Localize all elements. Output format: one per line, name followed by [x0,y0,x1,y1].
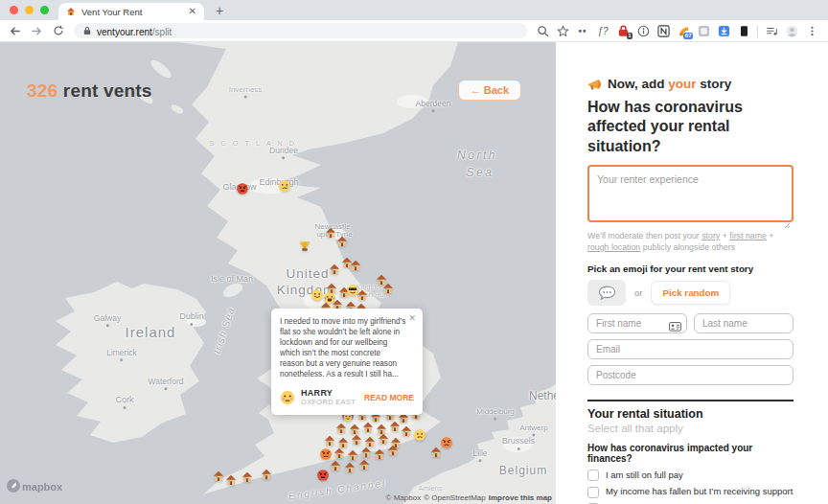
browser-toolbar: ventyour.rent/split •• ƒ? 1 67 [0,20,828,42]
map-marker-house[interactable] [261,468,273,480]
map-marker-house[interactable] [324,434,336,447]
checkbox[interactable] [587,470,599,481]
vent-count: 326 [27,80,58,101]
profile-avatar[interactable] [785,24,798,37]
moderation-note-link[interactable]: story [702,231,720,241]
map-place-label: Ireland [126,325,176,341]
window-controls[interactable] [0,0,58,20]
header-pre: Now, add [608,77,668,91]
search-icon[interactable] [536,24,549,37]
bookmark-star-icon[interactable] [556,24,569,37]
function-ext-icon[interactable]: ƒ? [596,24,610,37]
map-marker-house[interactable] [213,470,225,482]
map-marker-house[interactable] [356,288,369,301]
map-marker-rage[interactable] [237,182,249,195]
megaphone-icon [587,78,603,91]
checkbox[interactable] [587,487,599,498]
checkbox-option[interactable]: I am still on full pay [587,470,794,482]
map-place-label: Inverness [229,86,263,99]
map-marker-rage[interactable] [317,469,330,481]
map-marker-house[interactable] [387,444,400,456]
vent-counter: 326 rent vents [27,80,152,102]
map-place-label: Lille [472,449,487,462]
map-marker-house[interactable] [358,458,371,470]
map-marker-house[interactable] [374,447,386,460]
ext-badge: 67 [683,33,693,39]
feed-ext-icon[interactable]: 67 [677,24,690,37]
toolbar-divider [757,25,758,37]
map-marker-trophy[interactable] [299,240,311,252]
popup-close-icon[interactable]: ✕ [408,314,416,323]
tab-close-icon[interactable]: ✕ [189,7,196,16]
postcode-input[interactable] [587,365,794,385]
mobile-ext-icon[interactable] [737,24,750,37]
map-marker-worried[interactable] [414,428,426,441]
map-place-label: Middelburg [476,408,515,421]
screenshot-ext-icon[interactable] [697,24,710,37]
map-canvas[interactable]: InvernessAberdeenS C O T L A N DDundeeEd… [0,42,556,504]
map-marker-house[interactable] [344,461,356,473]
download-ext-icon[interactable] [717,24,730,37]
form-question-title: How has coronavirus affected your rental… [587,98,794,156]
map-marker-cry[interactable] [279,179,291,192]
moderation-note-link[interactable]: first name [729,231,767,241]
story-emoji-icon [280,390,295,405]
emoji-picker-button[interactable] [587,280,626,306]
map-marker-house[interactable] [350,259,362,271]
url-host: ventyour.rent [97,27,152,37]
browser-tab[interactable]: Vent Your Rent ✕ [58,3,204,20]
maximize-window-button[interactable] [40,6,49,14]
checkbox-option[interactable]: My income has fallen but I’m receiving s… [587,486,794,498]
map-base-layer [0,42,556,504]
forward-nav-icon[interactable] [30,24,43,37]
first-name-input[interactable] [587,313,687,333]
new-tab-button[interactable]: + [216,0,223,20]
map-marker-house[interactable] [351,433,363,446]
extensions-overflow-icon[interactable]: •• [576,24,589,37]
mapbox-logo-text: mapbox [22,481,63,493]
menu-kebab-icon[interactable] [805,24,818,37]
info-ext-icon[interactable] [636,24,650,37]
minimize-window-button[interactable] [25,6,34,14]
map-place-label: United [286,267,329,282]
map-marker-house[interactable] [362,421,375,433]
osm-attribution-link[interactable]: © OpenStreetMap [424,493,486,502]
moderation-note-link[interactable]: rough location [587,242,640,252]
map-marker-house[interactable] [334,447,346,459]
map-marker-house[interactable] [336,235,349,247]
close-window-button[interactable] [10,6,18,14]
story-popup: I needed to move into my girlfriend’s fl… [271,309,423,415]
pick-random-button[interactable]: Pick random [651,281,730,305]
last-name-input[interactable] [694,313,794,333]
ssl-lock-icon[interactable] [83,26,91,35]
map-marker-house[interactable] [360,446,373,458]
map-place-label: Galway [94,314,121,327]
back-button[interactable]: ← Back [458,80,521,101]
story-textarea[interactable] [587,165,794,222]
mapbox-logo[interactable]: mapbox [6,478,69,497]
map-place-label: Dublin [179,312,204,326]
speech-bubble-icon [598,286,616,300]
map-marker-house[interactable] [329,263,341,275]
back-nav-icon[interactable] [8,24,21,37]
map-marker-house[interactable] [225,473,238,486]
moderation-note: We’ll moderate then post your story + fi… [587,231,794,254]
email-input[interactable] [587,339,794,359]
reload-icon[interactable] [52,24,65,37]
address-bar[interactable]: ventyour.rent/split [74,23,527,38]
notes-ext-icon[interactable] [656,24,670,37]
reading-list-icon[interactable] [765,24,778,37]
map-marker-smile[interactable] [311,288,324,301]
url-path: /split [152,27,172,37]
map-marker-house[interactable] [382,282,395,294]
read-more-link[interactable]: READ MORE [364,393,414,402]
map-marker-house[interactable] [335,422,348,434]
popup-story-text: I needed to move into my girlfriend’s fl… [280,316,414,379]
map-marker-house[interactable] [430,446,443,458]
mapbox-attribution-link[interactable]: © Mapbox [386,493,422,502]
privacy-lock-ext-icon[interactable]: 1 [616,24,630,37]
map-place-label: Limerick [106,349,137,361]
improve-map-link[interactable]: Improve this map [489,493,552,502]
map-marker-house[interactable] [330,459,342,471]
map-marker-house[interactable] [242,470,254,483]
